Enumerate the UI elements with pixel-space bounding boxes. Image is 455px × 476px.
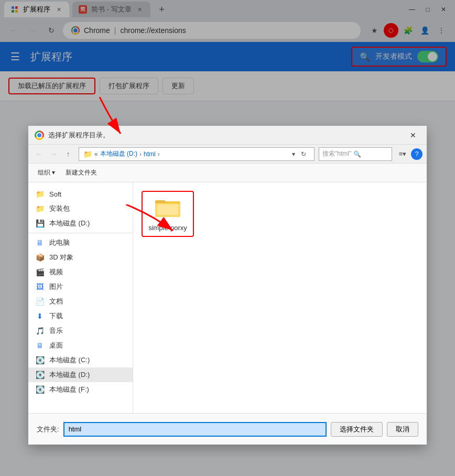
folder-input[interactable] [63, 422, 327, 437]
video-label: 视频 [49, 267, 63, 277]
soft-label: Soft [49, 190, 61, 198]
local-d-icon: 💾 [35, 219, 45, 228]
dialog-close-button[interactable]: ✕ [406, 128, 420, 143]
docs-label: 文档 [49, 297, 63, 306]
dialog-title: 选择扩展程序目录。 [48, 131, 406, 140]
path-sep-2: › [158, 150, 160, 158]
3d-icon: 📦 [35, 253, 45, 262]
install-label: 安装包 [49, 204, 70, 213]
dialog-left-panel: 📁 Soft 📁 安装包 💾 本地磁盘 (D:) 🖥 此电脑 📦 [28, 182, 133, 413]
left-item-video[interactable]: 🎬 视频 [28, 265, 133, 279]
video-icon: 🎬 [35, 268, 45, 276]
left-item-local-d[interactable]: 💾 本地磁盘 (D:) [28, 216, 133, 231]
search-box[interactable]: 搜索"html" 🔍 [319, 147, 392, 161]
dialog-chrome-icon [35, 131, 44, 140]
this-pc-icon: 🖥 [35, 239, 45, 247]
svg-rect-7 [157, 204, 178, 215]
left-item-local-d2[interactable]: 💽 本地磁盘 (D:) [28, 367, 133, 382]
local-c-icon: 💽 [35, 356, 45, 364]
local-c-label: 本地磁盘 (C:) [49, 355, 90, 365]
music-icon: 🎵 [35, 327, 45, 335]
dialog-toolbar: 组织 ▾ 新建文件夹 [28, 164, 427, 182]
downloads-label: 下载 [49, 311, 63, 321]
dialog-forward-button[interactable]: → [47, 148, 60, 160]
soft-folder-icon: 📁 [35, 190, 45, 198]
pictures-label: 图片 [49, 282, 63, 291]
local-d2-label: 本地磁盘 (D:) [49, 370, 90, 380]
path-part-1[interactable]: 本地磁盘 (D:) [100, 149, 137, 158]
path-bar[interactable]: 📁 « 本地磁盘 (D:) › html › ▾ ↻ [79, 147, 315, 161]
new-folder-button[interactable]: 新建文件夹 [62, 167, 100, 178]
left-item-downloads[interactable]: ⬇ 下载 [28, 309, 133, 323]
left-item-local-e[interactable]: 💽 本地磁盘 (F:) [28, 382, 133, 397]
organize-button[interactable]: 组织 ▾ [35, 167, 58, 178]
path-dropdown-button[interactable]: ▾ [292, 150, 295, 158]
left-item-local-c[interactable]: 💽 本地磁盘 (C:) [28, 353, 133, 367]
view-toggle-button[interactable]: ≡▾ [396, 148, 409, 160]
dialog-overlay: 选择扩展程序目录。 ✕ ← → ↑ 📁 « 本地磁盘 (D:) › html ›… [0, 0, 455, 476]
help-button[interactable]: ? [411, 148, 422, 160]
dialog-body: 📁 Soft 📁 安装包 💾 本地磁盘 (D:) 🖥 此电脑 📦 [28, 182, 427, 413]
search-magnifier-icon: 🔍 [353, 150, 361, 158]
separator-1 [28, 233, 133, 233]
pictures-icon: 🖼 [35, 283, 45, 291]
desktop-icon: 🖥 [35, 341, 45, 350]
left-item-this-pc[interactable]: 🖥 此电脑 [28, 235, 133, 250]
file-picker-dialog: 选择扩展程序目录。 ✕ ← → ↑ 📁 « 本地磁盘 (D:) › html ›… [28, 126, 427, 445]
dialog-up-button[interactable]: ↑ [62, 148, 74, 160]
left-item-docs[interactable]: 📄 文档 [28, 294, 133, 309]
install-folder-icon: 📁 [35, 204, 45, 213]
left-item-desktop[interactable]: 🖥 桌面 [28, 338, 133, 353]
path-prefix: « [94, 150, 98, 158]
dialog-nav-bar: ← → ↑ 📁 « 本地磁盘 (D:) › html › ▾ ↻ 搜索"html… [28, 145, 427, 164]
path-sep-1: › [139, 150, 142, 158]
docs-icon: 📄 [35, 297, 45, 306]
folder-icon [155, 196, 180, 222]
search-placeholder: 搜索"html" [322, 149, 351, 158]
left-item-install[interactable]: 📁 安装包 [28, 201, 133, 216]
dialog-bottom-bar: 文件夹: 选择文件夹 取消 [28, 413, 427, 445]
dialog-back-button[interactable]: ← [32, 148, 45, 160]
left-item-soft[interactable]: 📁 Soft [28, 187, 133, 201]
folder-name: simple-porxy [148, 224, 187, 232]
downloads-icon: ⬇ [35, 312, 45, 320]
left-item-music[interactable]: 🎵 音乐 [28, 323, 133, 338]
music-label: 音乐 [49, 326, 63, 336]
local-d-label: 本地磁盘 (D:) [49, 219, 90, 228]
local-e-label: 本地磁盘 (F:) [49, 385, 89, 394]
dialog-title-bar: 选择扩展程序目录。 ✕ [28, 126, 427, 145]
path-icon: 📁 [83, 150, 92, 158]
local-d2-icon: 💽 [35, 371, 45, 379]
cancel-button[interactable]: 取消 [387, 422, 418, 437]
3d-label: 3D 对象 [49, 253, 73, 262]
select-folder-button[interactable]: 选择文件夹 [331, 422, 383, 437]
dialog-right-panel: simple-porxy [133, 182, 427, 413]
path-refresh-button[interactable]: ↻ [297, 148, 310, 160]
path-part-2[interactable]: html [144, 150, 156, 158]
this-pc-label: 此电脑 [49, 238, 70, 247]
left-item-3d[interactable]: 📦 3D 对象 [28, 250, 133, 265]
folder-label: 文件夹: [37, 425, 59, 434]
local-e-icon: 💽 [35, 385, 45, 394]
left-item-pictures[interactable]: 🖼 图片 [28, 279, 133, 294]
simple-porxy-folder[interactable]: simple-porxy [142, 191, 194, 237]
desktop-label: 桌面 [49, 341, 63, 350]
